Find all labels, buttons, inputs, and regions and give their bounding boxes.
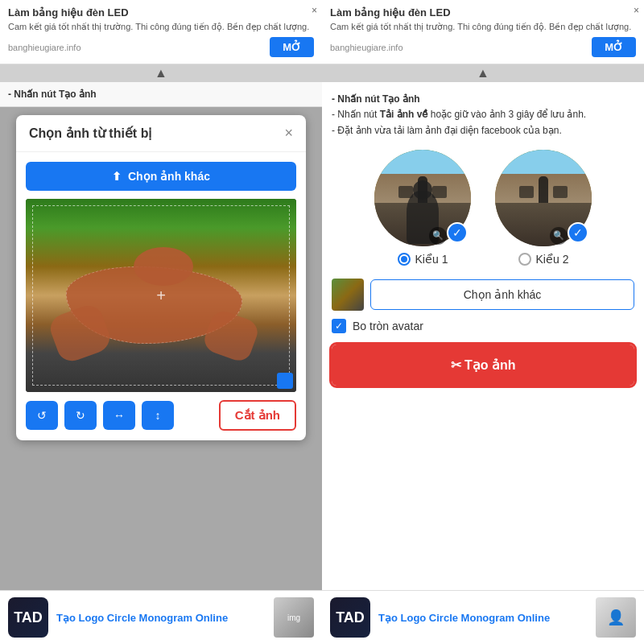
avatar-kieu1-radio-label[interactable]: Kiểu 1 (398, 253, 448, 266)
instruction-bold-1: - Nhấn nút Tạo ảnh (332, 93, 420, 105)
left-panel: × Làm bảng hiệu đèn LED Cam kết giá tốt … (0, 0, 322, 644)
left-image-crop-area[interactable]: + (26, 199, 296, 392)
right-ad-close[interactable]: × (634, 5, 639, 16)
left-ad-title: Làm bảng hiệu đèn LED (8, 6, 290, 19)
crop-center-icon: + (156, 287, 166, 305)
kieu2-label: Kiểu 2 (536, 253, 569, 266)
right-instruction-line2: - Nhấn nút Tải ảnh về hoặc giữ vào ảnh 3… (332, 107, 634, 122)
avatar-kieu2-radio-label[interactable]: Kiểu 2 (518, 253, 569, 266)
kieu2-radio-button[interactable] (518, 253, 531, 266)
right-small-avatar (332, 279, 364, 311)
avatar-kieu2-checkmark: ✓ (568, 222, 588, 243)
building2-window-1 (519, 186, 534, 197)
right-instruction-line1: - Nhấn nút Tạo ảnh (332, 92, 634, 107)
right-thumbnail-img: 👤 (596, 597, 636, 638)
choose-photo-label: Chọn ảnh khác (128, 170, 210, 183)
left-ad-open-button[interactable]: MỞ (270, 37, 314, 57)
round-avatar-label: Bo tròn avatar (353, 320, 423, 332)
left-bottom-ad-title: Tạo Logo Circle Monogram Online (56, 612, 266, 624)
small-avatar-img (332, 279, 364, 311)
left-action-buttons: ↺ ↻ ↔ ↕ Cắt ảnh (26, 400, 296, 431)
round-avatar-checkbox[interactable]: ✓ (332, 319, 346, 333)
left-bottom-ad-thumbnail: img (274, 597, 314, 638)
rotate-left-button[interactable]: ↺ (26, 401, 58, 430)
left-choose-photo-button[interactable]: ⬆ Chọn ảnh khác (26, 162, 296, 191)
left-ad-url: banghieugiare.info (8, 43, 81, 52)
left-modal-overlay: Chọn ảnh từ thiết bị × ⬆ Chọn ảnh khác (0, 107, 322, 590)
avatar-kieu2-container: ✓ 🔍 (495, 150, 592, 246)
right-choose-photo-row: Chọn ảnh khác (332, 279, 634, 311)
rotate-right-button[interactable]: ↻ (64, 401, 97, 430)
thumbnail-img: img (274, 597, 314, 638)
rotate-right-icon: ↻ (76, 409, 85, 422)
right-bottom-ad-thumbnail: 👤 (596, 597, 636, 638)
right-ad-title: Làm bảng hiệu đèn LED (330, 6, 612, 19)
left-modal-title: Chọn ảnh từ thiết bị (29, 126, 151, 141)
left-ad-close[interactable]: × (312, 5, 317, 16)
left-bottom-ad: TAD Tạo Logo Circle Monogram Online img (0, 590, 322, 644)
upload-icon: ⬆ (112, 170, 122, 183)
left-bottom-ad-logo: TAD (8, 597, 48, 638)
right-main-content: - Nhấn nút Tạo ảnh - Nhấn nút Tải ảnh về… (322, 82, 644, 590)
avatar-kieu1-container: ✓ 🔍 (374, 150, 471, 246)
right-collapse-bar[interactable]: ▲ (322, 64, 644, 82)
right-bottom-ad-logo: TAD (330, 597, 370, 638)
right-instructions: - Nhấn nút Tạo ảnh - Nhấn nút Tải ảnh về… (332, 92, 634, 138)
left-ad-desc: Cam kết giá tốt nhất thị trường. Thi côn… (8, 21, 314, 32)
flip-vertical-button[interactable]: ↕ (142, 401, 174, 430)
flip-h-icon: ↔ (114, 409, 125, 422)
photo-preview: + (26, 199, 296, 392)
left-modal: Chọn ảnh từ thiết bị × ⬆ Chọn ảnh khác (16, 115, 306, 440)
avatar-kieu1-checkmark: ✓ (447, 222, 468, 243)
right-bottom-ad-title: Tạo Logo Circle Monogram Online (378, 612, 588, 624)
right-ad-open-button[interactable]: MỞ (592, 37, 636, 57)
avatar-preview-kieu2: ✓ 🔍 Kiểu 2 (495, 150, 592, 266)
left-instructions: - Nhấn nút Tạo ảnh (0, 82, 322, 107)
left-modal-close-button[interactable]: × (284, 125, 293, 142)
avatar-kieu2-zoom: 🔍 (550, 227, 568, 245)
avatar-preview-kieu1: ✓ 🔍 Kiểu 1 (374, 150, 471, 266)
flip-v-icon: ↕ (155, 409, 161, 422)
right-instruction-line3: - Đặt ảnh vừa tải làm ảnh đại diện faceb… (332, 123, 634, 138)
avatar-previews: ✓ 🔍 Kiểu 1 (332, 150, 634, 266)
right-ad-url: banghieugiare.info (330, 43, 403, 52)
crop-indicator (277, 373, 293, 389)
instruction-bold-tai: Tải ảnh về (380, 109, 428, 120)
left-ad-banner: × Làm bảng hiệu đèn LED Cam kết giá tốt … (0, 0, 322, 64)
kieu1-radio-button[interactable] (398, 253, 411, 266)
right-collapse-icon: ▲ (477, 66, 489, 80)
collapse-icon: ▲ (155, 66, 167, 80)
building2-window-2 (553, 186, 568, 197)
round-avatar-row: ✓ Bo tròn avatar (332, 319, 634, 333)
kieu1-label: Kiểu 1 (415, 253, 448, 266)
tao-anh-button[interactable]: ✂ Tạo ảnh (332, 345, 634, 386)
left-collapse-bar[interactable]: ▲ (0, 64, 322, 82)
rotate-left-icon: ↺ (37, 409, 47, 422)
left-modal-body: ⬆ Chọn ảnh khác (16, 152, 306, 440)
cat-anh-button[interactable]: Cắt ảnh (219, 400, 296, 431)
flip-horizontal-button[interactable]: ↔ (103, 401, 135, 430)
right-panel: × Làm bảng hiệu đèn LED Cam kết giá tốt … (322, 0, 644, 644)
avatar-kieu1-zoom: 🔍 (429, 227, 447, 245)
left-modal-header: Chọn ảnh từ thiết bị × (16, 115, 306, 152)
left-instruction-text: - Nhấn nút Tạo ảnh (8, 89, 97, 100)
right-ad-desc: Cam kết giá tốt nhất thị trường. Thi côn… (330, 21, 636, 32)
right-bottom-ad: TAD Tạo Logo Circle Monogram Online 👤 (322, 590, 644, 644)
right-choose-photo-button[interactable]: Chọn ảnh khác (370, 279, 634, 310)
building2-door (539, 176, 548, 202)
right-ad-banner: × Làm bảng hiệu đèn LED Cam kết giá tốt … (322, 0, 644, 64)
